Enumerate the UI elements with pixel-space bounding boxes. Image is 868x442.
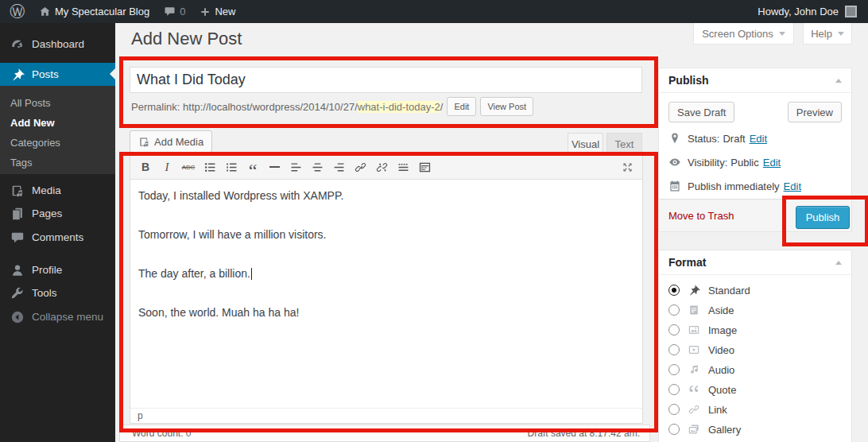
new-label: New — [215, 6, 235, 17]
submenu-item-tags[interactable]: Tags — [0, 153, 115, 173]
horizontal-rule-icon[interactable] — [265, 157, 284, 176]
chevron-down-icon — [838, 32, 844, 36]
sidebar-item-tools[interactable]: Tools — [0, 281, 115, 304]
dashboard-icon — [10, 37, 25, 52]
remove-link-icon[interactable] — [372, 157, 391, 176]
radio-image[interactable] — [668, 324, 680, 335]
blockquote-icon[interactable]: “ — [243, 153, 262, 180]
schedule-label: Publish immediately — [688, 180, 780, 192]
add-media-label: Add Media — [154, 136, 203, 148]
permalink-edit-button[interactable]: Edit — [447, 97, 476, 116]
sidebar-label: Collapse menu — [32, 311, 103, 323]
media-icon — [10, 184, 25, 198]
view-post-button[interactable]: View Post — [480, 97, 533, 116]
paragraph: Soon, the world. Muah ha ha ha! — [138, 306, 634, 319]
comments-icon — [10, 231, 25, 245]
screen-options-label: Screen Options — [702, 28, 773, 40]
plus-icon — [200, 6, 211, 17]
submenu-item-categories[interactable]: Categories — [0, 133, 115, 153]
radio-link[interactable] — [668, 404, 680, 415]
insert-link-icon[interactable] — [351, 157, 370, 176]
visibility-label: Visibility: — [688, 157, 727, 169]
add-media-button[interactable]: Add Media — [130, 130, 212, 153]
format-box-header[interactable]: Format — [659, 250, 851, 275]
sidebar-item-comments[interactable]: Comments — [0, 226, 115, 249]
radio-aside[interactable] — [668, 304, 680, 316]
toolbar-toggle-icon[interactable] — [415, 157, 434, 176]
strikethrough-icon[interactable]: ABC — [179, 157, 198, 176]
format-option-link[interactable]: Link — [668, 401, 727, 417]
sidebar-label: Profile — [32, 264, 62, 276]
admin-bar-comments[interactable]: 0 — [157, 0, 192, 23]
publish-button[interactable]: Publish — [796, 206, 850, 229]
align-center-icon[interactable] — [308, 157, 327, 176]
sidebar-item-dashboard[interactable]: Dashboard — [0, 33, 115, 56]
format-option-image[interactable]: Image — [668, 322, 737, 338]
sidebar-item-collapse-menu[interactable]: Collapse menu — [0, 305, 115, 328]
avatar — [845, 6, 857, 17]
pushpin-icon — [10, 68, 25, 82]
preview-button[interactable]: Preview — [788, 102, 842, 122]
bulleted-list-icon[interactable] — [200, 157, 219, 176]
gallery-icon — [688, 423, 700, 436]
collapse-toggle-icon[interactable] — [835, 79, 842, 83]
format-option-quote[interactable]: Quote — [668, 382, 736, 397]
tab-text[interactable]: Text — [606, 133, 642, 154]
permalink-label: Permalink: — [131, 101, 180, 113]
italic-icon[interactable]: I — [157, 157, 176, 176]
visibility-edit-link[interactable]: Edit — [763, 157, 781, 169]
bold-icon[interactable]: B — [136, 157, 155, 176]
schedule-edit-link[interactable]: Edit — [784, 180, 801, 192]
align-left-icon[interactable] — [286, 157, 305, 176]
visibility-row: Visibility: Public Edit — [668, 154, 781, 170]
format-label: Image — [708, 324, 737, 336]
sidebar-item-posts[interactable]: Posts — [0, 63, 115, 86]
collapse-toggle-icon[interactable] — [835, 261, 842, 265]
distraction-free-icon[interactable] — [618, 157, 637, 176]
editor-content[interactable]: Today, I installed Wordpress with XAMPP.… — [130, 180, 642, 408]
move-to-trash-link[interactable]: Move to Trash — [668, 210, 734, 222]
image-icon — [688, 324, 700, 336]
format-option-audio[interactable]: Audio — [668, 362, 734, 378]
submenu-item-add-new[interactable]: Add New — [0, 113, 115, 133]
post-title-input[interactable] — [130, 67, 642, 93]
format-option-standard[interactable]: Standard — [668, 282, 750, 298]
sidebar-item-pages[interactable]: Pages — [0, 202, 115, 225]
screen-options-button[interactable]: Screen Options — [693, 23, 794, 45]
publish-box-header[interactable]: Publish — [659, 68, 851, 93]
editor-element-path[interactable]: p — [130, 408, 642, 423]
posts-submenu: All Posts Add New Categories Tags — [0, 86, 115, 174]
numbered-list-icon[interactable] — [222, 157, 241, 176]
wordpress-logo-icon[interactable]: Ⓦ — [0, 0, 32, 23]
pages-icon — [10, 207, 25, 221]
site-name-link[interactable]: My Spectacular Blog — [32, 0, 157, 23]
site-name: My Spectacular Blog — [55, 6, 149, 17]
radio-standard[interactable] — [668, 285, 680, 296]
howdy-account-link[interactable]: Howdy, John Doe — [758, 6, 839, 17]
save-draft-button[interactable]: Save Draft — [668, 102, 734, 122]
radio-gallery[interactable] — [668, 424, 680, 435]
sidebar-label: Dashboard — [32, 38, 84, 50]
chevron-down-icon — [779, 32, 785, 36]
sidebar-item-profile[interactable]: Profile — [0, 258, 115, 281]
profile-icon — [10, 263, 25, 277]
radio-quote[interactable] — [668, 384, 680, 395]
format-option-aside[interactable]: Aside — [668, 302, 734, 318]
format-label: Audio — [708, 364, 734, 376]
help-button[interactable]: Help — [803, 23, 852, 45]
radio-audio[interactable] — [668, 364, 680, 375]
tab-visual[interactable]: Visual — [568, 133, 603, 154]
sidebar-item-media[interactable]: Media — [0, 179, 115, 202]
align-right-icon[interactable] — [329, 157, 348, 176]
submenu-item-all-posts[interactable]: All Posts — [0, 93, 115, 113]
help-label: Help — [811, 28, 832, 40]
page-title: Add New Post — [131, 29, 242, 49]
format-option-gallery[interactable]: Gallery — [668, 421, 741, 437]
radio-video[interactable] — [668, 344, 680, 355]
format-option-video[interactable]: Video — [668, 342, 734, 358]
more-tag-icon[interactable] — [393, 157, 413, 176]
admin-bar-new-button[interactable]: New — [192, 0, 242, 23]
status-edit-link[interactable]: Edit — [750, 133, 767, 145]
sidebar-label: Media — [32, 184, 61, 196]
word-count-value: 0 — [186, 428, 192, 439]
